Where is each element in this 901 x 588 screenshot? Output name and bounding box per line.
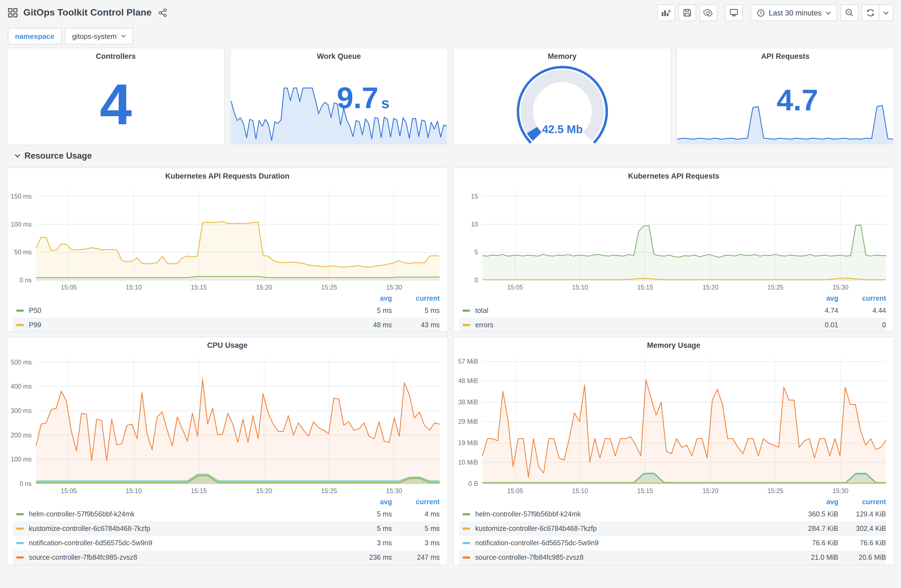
series-avg-value: 3 ms bbox=[344, 539, 392, 547]
legend-row[interactable]: P505 ms5 ms bbox=[13, 303, 440, 318]
panel-title[interactable]: Kubernetes API Requests bbox=[454, 168, 894, 184]
series-avg-value: 76.6 KiB bbox=[790, 539, 838, 547]
series-color-dash bbox=[463, 513, 470, 515]
series-current-value: 302.4 KiB bbox=[838, 525, 886, 532]
series-name[interactable]: helm-controller-57f9b56bbf-k24mk bbox=[475, 510, 790, 518]
legend-header: avgcurrent bbox=[13, 497, 440, 507]
series-avg-value: 48 ms bbox=[344, 321, 392, 329]
svg-text:10 MiB: 10 MiB bbox=[458, 459, 478, 466]
share-icon[interactable] bbox=[158, 8, 167, 17]
svg-text:15:20: 15:20 bbox=[703, 284, 719, 291]
clock-icon bbox=[756, 9, 765, 17]
dashboard-settings-button[interactable] bbox=[699, 5, 717, 21]
svg-text:15:20: 15:20 bbox=[703, 487, 719, 495]
series-avg-value: 21.0 MiB bbox=[790, 554, 838, 562]
legend-row[interactable]: helm-controller-57f9b56bbf-k24mk5 ms4 ms bbox=[13, 507, 440, 521]
variables-row: namespace gitops-system bbox=[0, 28, 901, 44]
panel-title[interactable]: API Requests bbox=[677, 48, 894, 64]
series-name[interactable]: kustomize-controller-6c6784b468-7kzfp bbox=[29, 525, 344, 532]
svg-text:15:05: 15:05 bbox=[61, 284, 77, 291]
series-avg-value: 5 ms bbox=[344, 510, 392, 518]
page-title[interactable]: GitOps Toolkit Control Plane bbox=[23, 7, 151, 18]
variable-label: namespace bbox=[8, 28, 62, 44]
series-color-dash bbox=[16, 527, 24, 530]
series-avg-value: 284.7 KiB bbox=[790, 525, 838, 532]
api-requests-value: 4.7 bbox=[777, 82, 818, 117]
legend-row[interactable]: kustomize-controller-6c6784b468-7kzfp5 m… bbox=[13, 521, 440, 536]
series-color-dash bbox=[16, 556, 24, 558]
svg-text:15:05: 15:05 bbox=[61, 487, 77, 495]
section-resource-usage[interactable]: Resource Usage bbox=[7, 146, 894, 165]
legend-row[interactable]: helm-controller-57f9b56bbf-k24mk360.5 Ki… bbox=[459, 507, 886, 521]
svg-text:15:20: 15:20 bbox=[256, 284, 272, 291]
legend-row[interactable]: source-controller-7fb84fc985-zvsz821.0 M… bbox=[459, 550, 886, 565]
save-dashboard-button[interactable] bbox=[678, 5, 696, 21]
legend-row[interactable]: notification-controller-6d56575dc-5w9n93… bbox=[13, 536, 440, 550]
panel-memory-usage: Memory Usage 0 B10 MiB19 MiB29 MiB38 MiB… bbox=[453, 337, 894, 565]
refresh-interval-dropdown[interactable] bbox=[879, 5, 893, 21]
panel-title[interactable]: Kubernetes API Requests Duration bbox=[7, 168, 447, 184]
refresh-icon bbox=[866, 8, 875, 17]
panel-title[interactable]: Memory bbox=[454, 48, 670, 64]
series-current-value: 76.6 KiB bbox=[838, 539, 886, 547]
series-current-value: 20.6 MiB bbox=[838, 554, 886, 562]
series-name[interactable]: notification-controller-6d56575dc-5w9n9 bbox=[29, 539, 344, 547]
series-avg-value: 236 ms bbox=[344, 554, 392, 562]
chevron-down-icon bbox=[14, 154, 20, 158]
refresh-button[interactable] bbox=[862, 5, 879, 21]
svg-text:15:10: 15:10 bbox=[126, 487, 142, 495]
svg-text:48 MiB: 48 MiB bbox=[458, 377, 478, 384]
time-range-picker[interactable]: Last 30 minutes bbox=[750, 5, 837, 21]
legend-row[interactable]: P9948 ms43 ms bbox=[13, 318, 440, 332]
series-name[interactable]: P50 bbox=[29, 307, 344, 314]
memory-usage-chart[interactable]: 0 B10 MiB19 MiB29 MiB38 MiB48 MiB57 MiB1… bbox=[454, 353, 894, 497]
panel-kubernetes-api-requests: Kubernetes API Requests 05101515:0515:10… bbox=[453, 168, 894, 332]
legend-row[interactable]: errors0.010 bbox=[459, 318, 886, 332]
series-name[interactable]: kustomize-controller-6c6784b468-7kzfp bbox=[475, 525, 790, 532]
svg-text:500 ms: 500 ms bbox=[11, 359, 32, 366]
svg-text:15:15: 15:15 bbox=[637, 487, 653, 495]
svg-text:15:25: 15:25 bbox=[767, 487, 784, 495]
zoom-out-button[interactable] bbox=[840, 5, 858, 21]
series-name[interactable]: source-controller-7fb84fc985-zvsz8 bbox=[475, 554, 790, 562]
apps-grid-icon[interactable] bbox=[8, 8, 18, 18]
panel-title[interactable]: Controllers bbox=[7, 48, 224, 64]
stat-row: Controllers 4 Work Queue 9.7s Memory 42.… bbox=[7, 48, 894, 145]
series-color-dash bbox=[463, 556, 470, 558]
legend-header: avgcurrent bbox=[13, 294, 440, 303]
graph-row-1: Kubernetes API Requests Duration 0 ns50 … bbox=[7, 168, 894, 332]
series-avg-value: 360.5 KiB bbox=[790, 510, 838, 518]
svg-text:15:30: 15:30 bbox=[832, 284, 848, 291]
svg-text:15:30: 15:30 bbox=[832, 487, 848, 495]
legend-row[interactable]: source-controller-7fb84fc985-zvsz8236 ms… bbox=[13, 550, 440, 565]
tv-mode-button[interactable] bbox=[725, 5, 742, 21]
series-avg-value: 5 ms bbox=[344, 525, 392, 532]
series-current-value: 129.4 KiB bbox=[838, 510, 886, 518]
legend-row[interactable]: notification-controller-6d56575dc-5w9n97… bbox=[459, 536, 886, 550]
svg-text:15:15: 15:15 bbox=[637, 284, 653, 291]
series-current-value: 5 ms bbox=[392, 307, 440, 314]
panel-title[interactable]: Memory Usage bbox=[454, 337, 894, 353]
series-name[interactable]: total bbox=[475, 307, 790, 314]
api-duration-legend: avgcurrentP505 ms5 msP9948 ms43 ms bbox=[7, 294, 447, 332]
api-duration-chart[interactable]: 0 ns50 ms100 ms150 ms15:0515:1015:1515:2… bbox=[7, 184, 447, 294]
cpu-usage-chart[interactable]: 0 ns100 ms200 ms300 ms400 ms500 ms15:051… bbox=[7, 353, 447, 497]
svg-text:100 ms: 100 ms bbox=[11, 456, 32, 463]
add-panel-button[interactable] bbox=[657, 5, 675, 21]
controllers-value: 4 bbox=[7, 64, 224, 145]
series-name[interactable]: notification-controller-6d56575dc-5w9n9 bbox=[475, 539, 790, 547]
series-name[interactable]: P99 bbox=[29, 321, 344, 329]
legend-row[interactable]: total4.744.44 bbox=[459, 303, 886, 318]
svg-text:0 ns: 0 ns bbox=[20, 480, 32, 487]
panel-title[interactable]: CPU Usage bbox=[7, 337, 447, 353]
series-name[interactable]: source-controller-7fb84fc985-zvsz8 bbox=[29, 554, 344, 562]
cpu-usage-legend: avgcurrenthelm-controller-57f9b56bbf-k24… bbox=[7, 497, 447, 565]
series-name[interactable]: helm-controller-57f9b56bbf-k24mk bbox=[29, 510, 344, 518]
series-avg-value: 4.74 bbox=[790, 307, 838, 314]
legend-row[interactable]: kustomize-controller-6c6784b468-7kzfp284… bbox=[459, 521, 886, 536]
series-name[interactable]: errors bbox=[475, 321, 790, 329]
namespace-select[interactable]: gitops-system bbox=[65, 28, 133, 44]
api-requests-chart[interactable]: 05101515:0515:1015:1515:2015:2515:30 bbox=[454, 184, 894, 294]
dashboard-header: GitOps Toolkit Control Plane bbox=[0, 0, 901, 25]
panel-title[interactable]: Work Queue bbox=[231, 48, 447, 64]
